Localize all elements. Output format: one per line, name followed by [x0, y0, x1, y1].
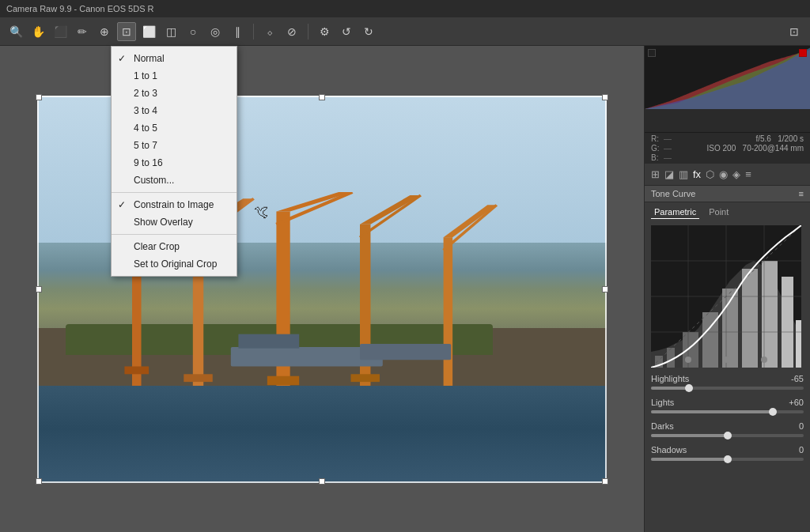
- crop-dropdown-menu: Normal 1 to 1 2 to 3 3 to 4 4 to 5 5 to …: [111, 46, 237, 277]
- menu-item-overlay[interactable]: Show Overlay: [112, 213, 237, 231]
- shadows-track[interactable]: [651, 458, 804, 461]
- menu-item-clear-crop[interactable]: Clear Crop: [112, 238, 237, 255]
- menu-separator-2: [112, 234, 237, 235]
- histogram-canvas: [645, 46, 810, 109]
- color-sample-tool[interactable]: ✏: [73, 22, 92, 41]
- hand-tool[interactable]: ✋: [28, 22, 47, 41]
- titlebar: Camera Raw 9.9 - Canon EOS 5DS R: [0, 0, 810, 17]
- tab-parametric[interactable]: Parametric: [651, 206, 699, 219]
- shadows-thumb[interactable]: [724, 455, 732, 463]
- svg-point-29: [685, 357, 691, 363]
- highlights-fill: [651, 387, 689, 390]
- rgb-row-r: R: — f/5.6 1/200 s: [651, 134, 804, 143]
- svg-rect-11: [267, 376, 299, 385]
- highlights-slider-row: Highlights -65: [645, 371, 810, 394]
- basic-panel-icon[interactable]: ⊞: [651, 168, 660, 180]
- menu-item-5to7[interactable]: 5 to 7: [112, 137, 237, 154]
- toolbar-separator-1: [253, 24, 254, 40]
- highlights-thumb[interactable]: [685, 384, 693, 392]
- redeye-tool[interactable]: ◎: [206, 22, 225, 41]
- svg-rect-20: [238, 334, 299, 349]
- highlights-label: Highlights: [651, 374, 689, 383]
- menu-item-set-original[interactable]: Set to Original Crop: [112, 255, 237, 273]
- lights-fill: [651, 410, 773, 413]
- lights-value: +60: [789, 398, 804, 407]
- iso-lens: ISO 200 70-200@144 mm: [707, 144, 804, 153]
- b-label: B:: [651, 153, 660, 162]
- adj-brush-tool[interactable]: ∥: [228, 22, 247, 41]
- lens-panel-icon[interactable]: ⬡: [706, 168, 714, 180]
- tone-curve-title: Tone Curve: [651, 189, 695, 198]
- detail-panel-icon[interactable]: fx: [693, 168, 701, 180]
- menu-item-9to16[interactable]: 9 to 16: [112, 154, 237, 172]
- presets-panel-icon[interactable]: ≡: [745, 168, 751, 180]
- darks-value: 0: [799, 421, 804, 431]
- rotate-ccw-btn[interactable]: ↺: [337, 22, 356, 41]
- crop-tool[interactable]: ⊡: [117, 22, 136, 41]
- g-dashes: —: [664, 144, 672, 153]
- histogram-area: [645, 46, 810, 133]
- highlights-track[interactable]: [651, 387, 804, 390]
- panel-content: Tone Curve ≡ Parametric Point: [645, 186, 810, 532]
- effects-panel-icon[interactable]: ◉: [719, 168, 728, 180]
- svg-line-14: [360, 195, 421, 237]
- svg-rect-16: [444, 237, 453, 386]
- r-dashes: —: [664, 134, 672, 143]
- highlights-label-row: Highlights -65: [651, 374, 804, 383]
- menu-item-4to5[interactable]: 4 to 5: [112, 119, 237, 137]
- lights-slider-row: Lights +60: [645, 394, 810, 418]
- shadows-label-row: Shadows 0: [651, 445, 804, 455]
- seagull: 🕊: [254, 204, 268, 221]
- radial-filter[interactable]: ⊘: [282, 22, 301, 41]
- menu-separator-1: [112, 192, 237, 193]
- shadows-fill: [651, 458, 728, 461]
- menu-item-constrain[interactable]: Constrain to Image: [112, 196, 237, 213]
- toolbar: 🔍 ✋ ⬛ ✏ ⊕ ⊡ ⬜ ◫ ○ ◎ ∥ ⬦ ⊘ ⚙ ↺ ↻ ⊡ Normal…: [0, 17, 810, 46]
- panel-icons: ⊞ ◪ ▥ fx ⬡ ◉ ◈ ≡: [645, 164, 810, 186]
- menu-item-normal[interactable]: Normal: [112, 50, 237, 67]
- tone-curve-svg: [651, 225, 801, 368]
- fullscreen-btn[interactable]: ⊡: [785, 22, 804, 41]
- menu-item-custom[interactable]: Custom...: [112, 172, 237, 189]
- transform-tool[interactable]: ◫: [161, 22, 180, 41]
- calibration-panel-icon[interactable]: ◈: [732, 168, 740, 180]
- shadows-value: 0: [799, 445, 804, 455]
- darks-slider-row: Darks 0: [645, 418, 810, 442]
- menu-item-2to3[interactable]: 2 to 3: [112, 85, 237, 102]
- darks-track[interactable]: [651, 434, 804, 437]
- lights-thumb[interactable]: [769, 408, 777, 416]
- spot-removal-tool[interactable]: ○: [184, 22, 202, 41]
- zoom-tool[interactable]: 🔍: [6, 22, 25, 41]
- rgb-row-g: G: — ISO 200 70-200@144 mm: [651, 144, 804, 153]
- straighten-tool[interactable]: ⬜: [139, 22, 158, 41]
- title-text: Camera Raw 9.9 - Canon EOS 5DS R: [6, 4, 153, 13]
- hsl-panel-icon[interactable]: ▥: [679, 168, 688, 180]
- graduated-filter[interactable]: ⬦: [260, 22, 279, 41]
- clipping-warning-highlights[interactable]: [799, 49, 807, 57]
- lights-track[interactable]: [651, 410, 804, 413]
- svg-point-30: [723, 357, 729, 363]
- highlights-value: -65: [791, 374, 804, 383]
- wb-tool[interactable]: ⬛: [51, 22, 70, 41]
- rgb-info: R: — f/5.6 1/200 s G: — ISO 200 70-200@1…: [645, 133, 810, 164]
- tone-curve-display: [651, 225, 801, 368]
- preferences-btn[interactable]: ⚙: [315, 22, 334, 41]
- tone-curve-panel-icon active[interactable]: ◪: [664, 168, 674, 180]
- canvas-area[interactable]: 🕊: [0, 46, 644, 532]
- shadows-label: Shadows: [651, 445, 687, 455]
- tab-point[interactable]: Point: [706, 206, 732, 219]
- lights-label: Lights: [651, 398, 674, 407]
- rgb-row-b: B: —: [651, 153, 804, 162]
- rotate-cw-btn[interactable]: ↻: [359, 22, 378, 41]
- tone-curve-menu-icon[interactable]: ≡: [799, 189, 804, 198]
- menu-item-3to4[interactable]: 3 to 4: [112, 102, 237, 119]
- darks-label: Darks: [651, 421, 674, 431]
- target-tool[interactable]: ⊕: [95, 22, 114, 41]
- svg-rect-7: [184, 374, 212, 382]
- svg-marker-13: [360, 195, 421, 224]
- darks-thumb[interactable]: [724, 432, 732, 440]
- right-panel: R: — f/5.6 1/200 s G: — ISO 200 70-200@1…: [644, 46, 810, 532]
- menu-item-1to1[interactable]: 1 to 1: [112, 67, 237, 85]
- b-dashes: —: [664, 153, 672, 162]
- clipping-warning-shadows[interactable]: [648, 49, 656, 57]
